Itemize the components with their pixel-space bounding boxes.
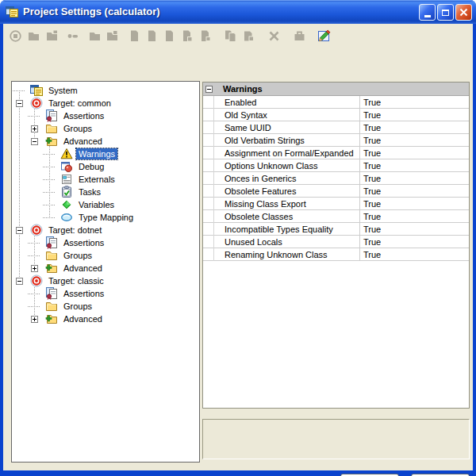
import-icon[interactable] <box>292 29 306 43</box>
toolbar <box>3 27 473 48</box>
maximize-icon <box>442 10 449 16</box>
tree-item-system[interactable]: System <box>12 84 199 97</box>
property-value[interactable]: True <box>359 223 469 235</box>
tree-item-type-mapping[interactable]: Type Mapping <box>12 211 199 224</box>
property-value[interactable]: True <box>359 159 469 171</box>
property-row[interactable]: Same UUID True <box>203 121 469 134</box>
tree-item-target-dotnet[interactable]: Target: dotnet <box>12 224 199 236</box>
rename-icon[interactable] <box>65 29 79 43</box>
tree-item-label: Advanced <box>61 263 105 274</box>
property-row[interactable]: Old Verbatim Strings True <box>203 134 469 147</box>
tree-item-label: Externals <box>76 174 117 185</box>
property-value[interactable]: True <box>359 248 469 260</box>
project-settings-window: Project Settings (calculator) <box>0 0 476 476</box>
property-value[interactable]: True <box>359 172 469 184</box>
expand-expander[interactable] <box>31 265 38 272</box>
collapse-expander[interactable] <box>16 100 23 107</box>
tree-item-label: Groups <box>61 123 94 134</box>
system-icon <box>30 84 43 97</box>
tree-item-warnings[interactable]: Warnings <box>12 148 199 160</box>
property-row[interactable]: Assignment on Formal/Expanded True <box>203 147 469 159</box>
collapse-expander[interactable] <box>31 138 38 145</box>
collapse-icon[interactable] <box>205 86 213 93</box>
target-icon <box>30 274 43 287</box>
property-row[interactable]: Renaming Unknown Class True <box>203 248 469 261</box>
tree-item-label: Target: dotnet <box>46 225 104 236</box>
property-value[interactable]: True <box>359 134 469 146</box>
property-row[interactable]: Incompatible Types Equality True <box>203 223 469 236</box>
property-name: Unused Locals <box>203 236 359 248</box>
titlebar[interactable]: Project Settings (calculator) <box>0 0 476 24</box>
tree-item-debug[interactable]: Debug <box>12 160 199 173</box>
property-name: Obsolete Features <box>203 185 359 197</box>
property-value[interactable]: True <box>359 121 469 133</box>
tree-item-externals[interactable]: Externals <box>12 173 199 186</box>
folder-move-icon[interactable] <box>105 29 119 43</box>
tree-item-assertions[interactable]: Assertions <box>12 109 199 122</box>
folder-open-icon[interactable] <box>87 29 102 43</box>
document-add-icon[interactable] <box>144 29 159 43</box>
delete-x-icon[interactable] <box>267 29 281 43</box>
minimize-button[interactable] <box>419 4 436 21</box>
tree-item-label: Assertions <box>61 237 106 248</box>
edit-pencil-icon[interactable] <box>317 28 332 44</box>
property-name: Same UUID <box>203 121 359 133</box>
tree-item-groups[interactable]: Groups <box>12 300 199 313</box>
property-value[interactable]: True <box>359 109 469 121</box>
assertions-icon <box>45 287 58 300</box>
property-value[interactable]: True <box>359 147 469 159</box>
collapse-expander[interactable] <box>16 227 23 234</box>
folder-plus-icon <box>45 135 58 148</box>
property-row[interactable]: Old Syntax True <box>203 109 469 121</box>
expand-expander[interactable] <box>31 125 38 132</box>
property-name: Renaming Unknown Class <box>203 248 359 260</box>
collapse-expander[interactable] <box>16 278 23 285</box>
property-row[interactable]: Options Unknown Class True <box>203 159 469 172</box>
tasks-icon <box>60 186 73 198</box>
property-grid: Warnings Enabled True Old Syntax True Sa… <box>202 82 470 409</box>
property-group-header[interactable]: Warnings <box>203 83 469 96</box>
property-row[interactable]: Obsolete Classes True <box>203 210 469 223</box>
property-value[interactable]: True <box>359 96 469 108</box>
record-icon[interactable] <box>8 29 22 43</box>
tree-item-label: Target: common <box>46 98 113 109</box>
property-value[interactable]: True <box>359 210 469 222</box>
tree-item-label: Target: classic <box>46 275 106 286</box>
tree-item-groups[interactable]: Groups <box>12 122 199 135</box>
tree-item-advanced[interactable]: Advanced <box>12 313 199 325</box>
tree-item-advanced[interactable]: Advanced <box>12 262 199 274</box>
copy-icon[interactable] <box>223 29 237 43</box>
tree-item-groups[interactable]: Groups <box>12 249 199 262</box>
document-icon[interactable] <box>127 29 141 43</box>
tree-item-variables[interactable]: Variables <box>12 198 199 211</box>
folder-icon[interactable] <box>26 29 40 43</box>
property-value[interactable]: True <box>359 236 469 248</box>
close-button[interactable] <box>455 4 472 21</box>
tree-item-target-common[interactable]: Target: common <box>12 97 199 109</box>
tree-item-target-classic[interactable]: Target: classic <box>12 274 199 287</box>
property-row[interactable]: Missing Class Export True <box>203 198 469 210</box>
property-row[interactable]: Obsolete Features True <box>203 185 469 198</box>
variables-icon <box>60 198 73 211</box>
property-row[interactable]: Onces in Generics True <box>203 172 469 185</box>
document-up-icon[interactable] <box>162 29 176 43</box>
tree-item-assertions[interactable]: Assertions <box>12 236 199 249</box>
document-f-icon[interactable] <box>198 29 212 43</box>
tree-item-tasks[interactable]: Tasks <box>12 186 199 198</box>
property-name: Onces in Generics <box>203 172 359 184</box>
tree-item-advanced[interactable]: Advanced <box>12 135 199 148</box>
tree-item-label: Groups <box>61 250 94 261</box>
grid-gutter-line <box>213 96 214 261</box>
property-row[interactable]: Unused Locals True <box>203 236 469 248</box>
folder-icon <box>45 249 58 262</box>
property-row[interactable]: Enabled True <box>203 96 469 109</box>
maximize-button[interactable] <box>437 4 454 21</box>
property-value[interactable]: True <box>359 198 469 209</box>
paste-icon[interactable] <box>240 29 255 43</box>
document-down-icon[interactable] <box>179 29 194 43</box>
tree-item-assertions[interactable]: Assertions <box>12 287 199 300</box>
assertions-icon <box>45 236 58 249</box>
expand-expander[interactable] <box>31 316 38 323</box>
folder-add-icon[interactable] <box>44 29 59 43</box>
property-value[interactable]: True <box>359 185 469 197</box>
